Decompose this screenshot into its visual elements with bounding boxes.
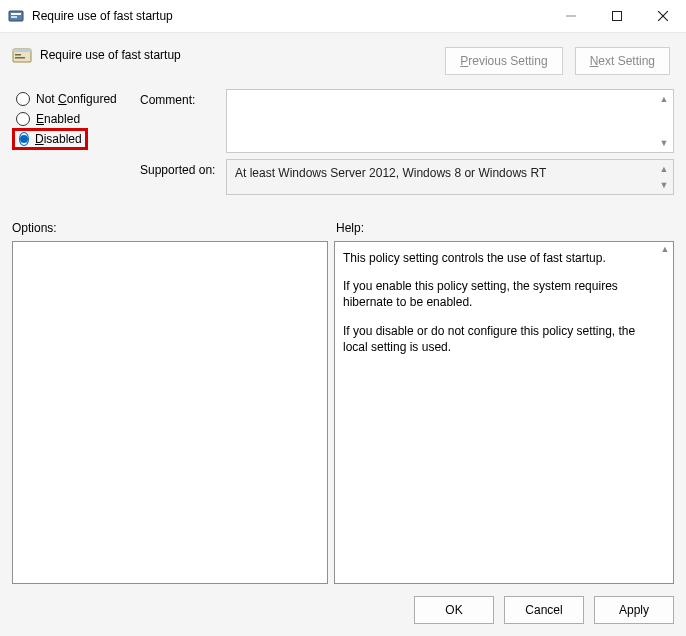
radio-enabled-label: Enabled bbox=[36, 112, 80, 126]
help-pane: This policy setting controls the use of … bbox=[334, 241, 674, 584]
scroll-down-icon[interactable]: ▼ bbox=[657, 178, 671, 192]
radio-disabled[interactable]: Disabled bbox=[12, 128, 88, 150]
apply-button[interactable]: Apply bbox=[594, 596, 674, 624]
previous-setting-button[interactable]: Previous Setting bbox=[445, 47, 562, 75]
close-button[interactable] bbox=[640, 0, 686, 32]
scroll-down-icon[interactable]: ▼ bbox=[657, 136, 671, 150]
scroll-up-icon[interactable]: ▲ bbox=[657, 162, 671, 176]
svg-rect-1 bbox=[11, 13, 21, 15]
radio-disabled-label: Disabled bbox=[35, 132, 82, 146]
next-setting-button[interactable]: Next Setting bbox=[575, 47, 670, 75]
radio-not-configured-label: Not Configured bbox=[36, 92, 117, 106]
help-label: Help: bbox=[328, 221, 674, 235]
help-paragraph: This policy setting controls the use of … bbox=[343, 250, 653, 266]
minimize-button[interactable] bbox=[548, 0, 594, 32]
help-paragraph: If you enable this policy setting, the s… bbox=[343, 278, 653, 310]
supported-on-label: Supported on: bbox=[140, 159, 220, 195]
comment-input[interactable]: ▲ ▼ bbox=[226, 89, 674, 153]
scroll-up-icon[interactable]: ▲ bbox=[658, 242, 672, 256]
svg-rect-2 bbox=[11, 16, 17, 18]
scroll-up-icon[interactable]: ▲ bbox=[657, 92, 671, 106]
ok-button[interactable]: OK bbox=[414, 596, 494, 624]
cancel-button[interactable]: Cancel bbox=[504, 596, 584, 624]
window-title: Require use of fast startup bbox=[32, 9, 173, 23]
radio-enabled[interactable]: Enabled bbox=[12, 109, 134, 129]
supported-on-field: At least Windows Server 2012, Windows 8 … bbox=[226, 159, 674, 195]
options-pane bbox=[12, 241, 328, 584]
maximize-button[interactable] bbox=[594, 0, 640, 32]
options-label: Options: bbox=[12, 221, 328, 235]
help-paragraph: If you disable or do not configure this … bbox=[343, 323, 653, 355]
radio-not-configured[interactable]: Not Configured bbox=[12, 89, 134, 109]
supported-on-text: At least Windows Server 2012, Windows 8 … bbox=[227, 160, 673, 186]
titlebar: Require use of fast startup bbox=[0, 0, 686, 32]
comment-label: Comment: bbox=[140, 89, 220, 153]
svg-rect-4 bbox=[613, 12, 622, 21]
policy-app-icon bbox=[8, 8, 24, 24]
